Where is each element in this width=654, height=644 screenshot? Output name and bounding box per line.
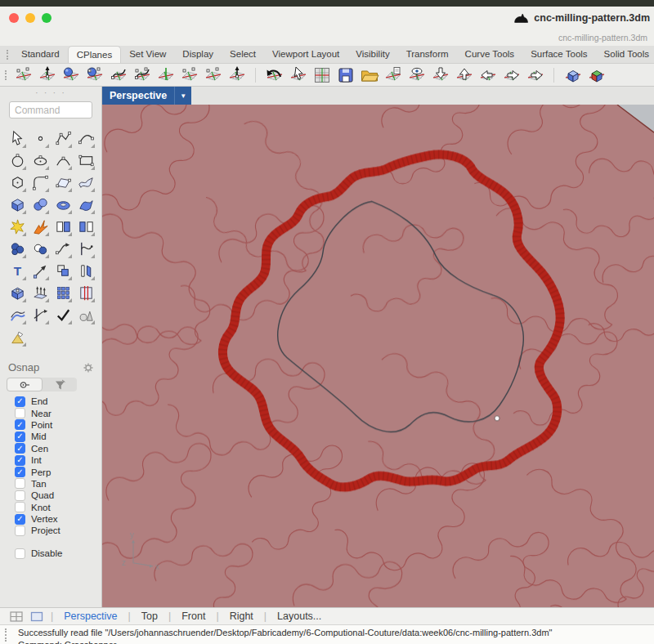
cplane-elevation-button[interactable]: [35, 65, 59, 86]
tool-trim-button[interactable]: [52, 216, 74, 238]
osnap-disable-checkbox[interactable]: [15, 548, 25, 559]
osnap-point-row[interactable]: ✓Point: [15, 419, 60, 431]
tool-boolean-union-button[interactable]: [6, 238, 29, 260]
tool-box-button[interactable]: [6, 194, 29, 216]
osnap-vertex-checkbox[interactable]: ✓: [15, 514, 25, 525]
viewport-page-tab-top[interactable]: Top: [131, 610, 168, 622]
tool-split-edge-button[interactable]: [74, 282, 97, 304]
tool-rectangle-button[interactable]: [74, 150, 97, 172]
tool-torus-button[interactable]: [52, 194, 74, 216]
osnap-int-row[interactable]: ✓Int: [15, 454, 60, 466]
osnap-settings-gear-icon[interactable]: [82, 361, 95, 374]
cplane-rotate-button[interactable]: [523, 65, 547, 86]
tool-surface-patch-button[interactable]: [74, 194, 97, 216]
osnap-perp-row[interactable]: ✓Perp: [15, 466, 60, 477]
named-cplane-button[interactable]: [381, 65, 405, 86]
cplane-curve-button[interactable]: [106, 65, 130, 86]
cplane-world-button[interactable]: [11, 65, 35, 86]
tool-arc-button[interactable]: [74, 127, 97, 150]
osnap-disable-row[interactable]: Disable: [15, 548, 62, 559]
command-input[interactable]: [9, 101, 92, 119]
cplane-3point-button[interactable]: [177, 65, 201, 86]
menu-tab-set-view[interactable]: Set View: [121, 46, 174, 63]
osnap-end-checkbox[interactable]: ✓: [15, 396, 25, 407]
osnap-perp-checkbox[interactable]: ✓: [15, 467, 25, 477]
cplane-vertical-button[interactable]: [154, 65, 177, 86]
tool-curve-interpolate-button[interactable]: [52, 127, 74, 150]
cplane-view-button[interactable]: [405, 65, 428, 86]
viewport-page-tab-right[interactable]: Right: [219, 610, 264, 622]
tool-offset-surface-button[interactable]: [6, 304, 29, 326]
perspective-viewport[interactable]: y x z: [102, 105, 654, 607]
tool-solid-edit-button[interactable]: [6, 282, 29, 304]
osnap-int-checkbox[interactable]: ✓: [15, 455, 25, 466]
tool-fillet-button[interactable]: [29, 172, 52, 194]
cplane-top-button[interactable]: [428, 65, 452, 86]
cplane-back-button[interactable]: [499, 65, 523, 86]
menu-tab-visibility[interactable]: Visibility: [347, 46, 397, 63]
open-cplane-button[interactable]: [357, 65, 381, 86]
menu-tab-transform[interactable]: Transform: [398, 46, 457, 63]
osnap-tan-row[interactable]: Tan: [15, 478, 60, 490]
toolbar-drag-handle[interactable]: [7, 50, 8, 60]
osnap-cen-row[interactable]: ✓Cen: [15, 443, 60, 454]
panel-drag-handle[interactable]: · · · ·: [0, 87, 101, 97]
tool-surface-3pt-button[interactable]: [52, 172, 74, 194]
tool-explode-segments-button[interactable]: [29, 216, 52, 238]
tool-array-button[interactable]: [52, 282, 74, 304]
tool-flow-along-curve-button[interactable]: [29, 304, 52, 326]
tool-split-button[interactable]: [74, 216, 97, 238]
osnap-quad-row[interactable]: Quad: [15, 490, 60, 501]
osnap-tan-checkbox[interactable]: [15, 478, 25, 489]
tool-ellipse-button[interactable]: [29, 150, 52, 172]
tool-circle-button[interactable]: [6, 150, 29, 172]
menu-tab-solid-tools[interactable]: Solid Tools: [596, 46, 654, 63]
viewport-page-tab-front[interactable]: Front: [171, 610, 216, 622]
cplane-surface-button[interactable]: [83, 65, 106, 86]
tool-conic-button[interactable]: [52, 150, 74, 172]
menu-tab-viewport-layout[interactable]: Viewport Layout: [264, 46, 347, 63]
cplane-perp-curve-button[interactable]: [130, 65, 154, 86]
menu-tab-curve-tools[interactable]: Curve Tools: [457, 46, 523, 63]
four-viewports-button[interactable]: [10, 610, 23, 623]
close-window-button[interactable]: [9, 13, 19, 23]
display-settings-button[interactable]: [585, 65, 608, 86]
tool-extrude-button[interactable]: [29, 282, 52, 304]
cplane-bottom-button[interactable]: [452, 65, 476, 86]
undo-cplane-button[interactable]: [262, 65, 286, 86]
box-edit-button[interactable]: [561, 65, 585, 86]
tool-select-button[interactable]: [6, 127, 29, 150]
minimize-window-button[interactable]: [25, 13, 35, 23]
tool-move-button[interactable]: [29, 260, 52, 282]
osnap-near-row[interactable]: Near: [15, 407, 60, 418]
single-viewport-button[interactable]: [30, 610, 43, 623]
tool-mesh-primitives-button[interactable]: [74, 304, 97, 326]
cplane-front-button[interactable]: [476, 65, 499, 86]
tool-rebuild-curve-button[interactable]: [74, 238, 97, 260]
tool-mirror-button[interactable]: [74, 260, 97, 282]
osnap-knot-row[interactable]: Knot: [15, 502, 60, 513]
menu-tab-display[interactable]: Display: [174, 46, 222, 63]
menu-tab-select[interactable]: Select: [222, 46, 264, 63]
osnap-near-checkbox[interactable]: [15, 408, 25, 418]
osnap-cen-checkbox[interactable]: ✓: [15, 443, 25, 454]
status-drag-handle[interactable]: [5, 628, 7, 642]
osnap-mid-row[interactable]: ✓Mid: [15, 431, 60, 442]
grid-options-button[interactable]: [310, 65, 334, 86]
menu-tab-cplanes[interactable]: CPlanes: [68, 46, 121, 63]
cplane-zaxis-button[interactable]: [225, 65, 249, 86]
tool-text-button[interactable]: [6, 260, 29, 282]
viewport-page-tab-layouts[interactable]: Layouts...: [267, 610, 332, 622]
viewport-menu-arrow[interactable]: ▼: [174, 87, 191, 105]
osnap-quad-checkbox[interactable]: [15, 490, 25, 501]
osnap-knot-checkbox[interactable]: [15, 502, 25, 512]
viewport-tab-perspective[interactable]: Perspective: [102, 87, 174, 105]
cplane-2point-button[interactable]: [201, 65, 225, 86]
select-cplane-objects-button[interactable]: [286, 65, 310, 86]
osnap-snap-tab[interactable]: [7, 378, 43, 391]
menu-tab-surface-tools[interactable]: Surface Tools: [522, 46, 595, 63]
save-cplane-button[interactable]: [334, 65, 357, 86]
osnap-mid-checkbox[interactable]: ✓: [15, 432, 25, 442]
tool-drape-button[interactable]: [6, 326, 29, 348]
osnap-filter-tab[interactable]: [43, 378, 77, 391]
